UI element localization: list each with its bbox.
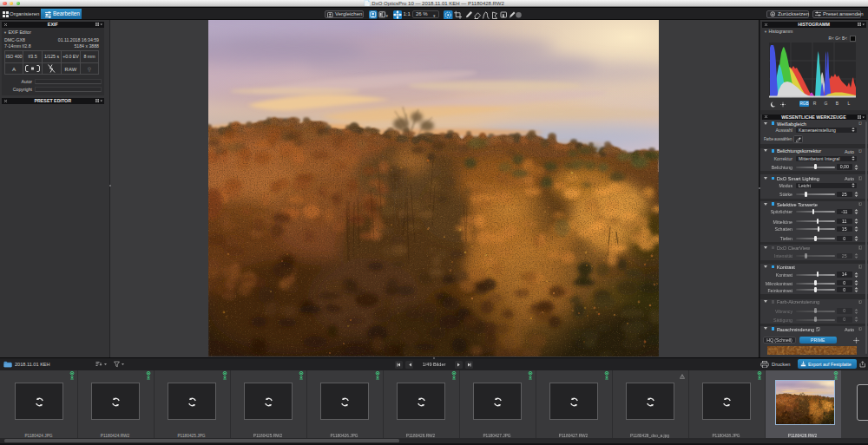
svg-text:A: A [12,66,16,72]
svg-text:f/3.5: f/3.5 [28,54,36,59]
svg-text:⚲: ⚲ [88,67,91,72]
svg-text:1/125 s: 1/125 s [44,54,59,59]
svg-text:+0.0 EV: +0.0 EV [62,54,79,59]
svg-text:8 mm: 8 mm [84,54,95,59]
svg-text:ISO 400: ISO 400 [5,54,22,59]
svg-text:RAW: RAW [64,67,76,72]
